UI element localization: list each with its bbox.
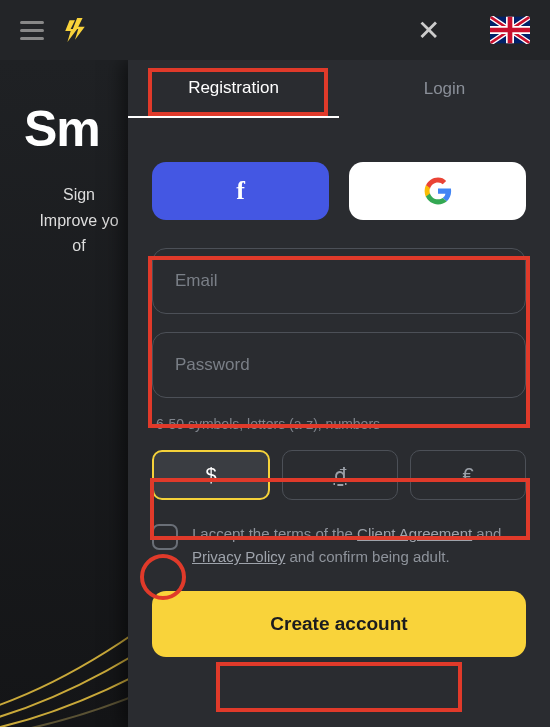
privacy-policy-link[interactable]: Privacy Policy: [192, 548, 285, 565]
background-subtitle: Sign Improve yo of: [24, 182, 134, 259]
accept-terms-checkbox[interactable]: [152, 524, 178, 550]
currency-option-vnd[interactable]: ₫: [282, 450, 398, 500]
uk-flag-icon[interactable]: [490, 16, 530, 44]
password-field[interactable]: [152, 332, 526, 398]
facebook-login-button[interactable]: f: [152, 162, 329, 220]
google-login-button[interactable]: [349, 162, 526, 220]
currency-option-eur[interactable]: €: [410, 450, 526, 500]
tab-registration[interactable]: Registration: [128, 60, 339, 118]
create-account-button[interactable]: Create account: [152, 591, 526, 657]
auth-panel: Registration Login f 6-50 symbols, lette…: [128, 60, 550, 727]
currency-option-usd[interactable]: $: [152, 450, 270, 500]
credentials-group: [152, 248, 526, 416]
auth-tabs: Registration Login: [128, 60, 550, 118]
app-logo-icon: [62, 17, 88, 43]
create-account-label: Create account: [270, 613, 407, 634]
facebook-icon: f: [236, 176, 245, 206]
currency-selector: $ ₫ €: [152, 450, 526, 500]
tab-login[interactable]: Login: [339, 60, 550, 118]
social-login-row: f: [152, 162, 526, 220]
hamburger-icon[interactable]: [20, 21, 44, 40]
google-icon: [424, 177, 452, 205]
accept-terms-text: I accept the terms of the Client Agreeme…: [192, 522, 526, 569]
client-agreement-link[interactable]: Client Agreement: [357, 525, 472, 542]
top-bar: ✕: [0, 0, 550, 60]
accept-terms-row: I accept the terms of the Client Agreeme…: [152, 522, 526, 569]
close-icon[interactable]: ✕: [407, 10, 450, 51]
email-field[interactable]: [152, 248, 526, 314]
password-hint: 6-50 symbols, letters (a-z), numbers: [156, 416, 526, 432]
